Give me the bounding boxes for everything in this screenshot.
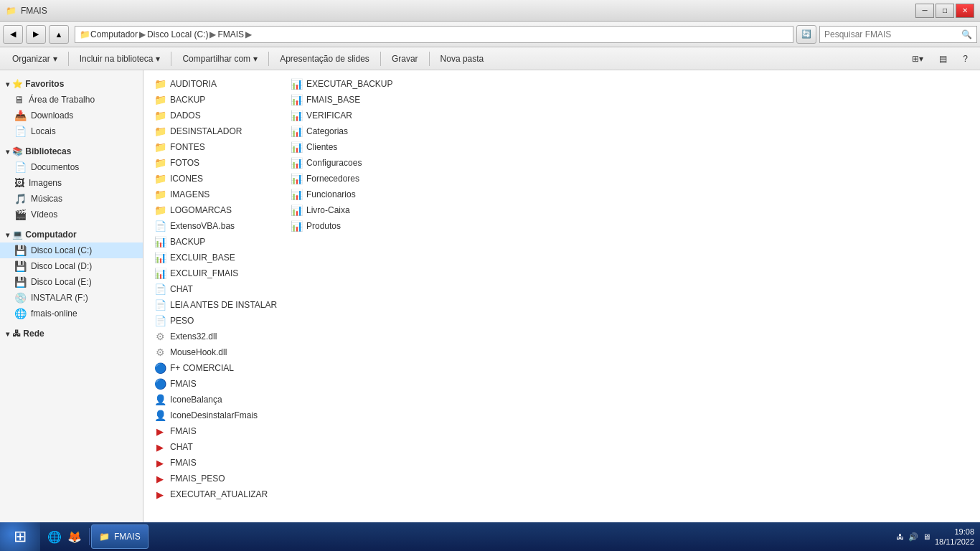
red-file-icon: ▶ — [154, 474, 166, 484]
sidebar-item-downloads[interactable]: 📥 Downloads — [0, 108, 143, 123]
favoritos-arrow-icon: ▾ — [6, 80, 9, 88]
file-item-produtos[interactable]: 📊 Produtos — [286, 218, 422, 234]
disco-e-icon: 💾 — [14, 276, 27, 288]
fmais-online-icon: 🌐 — [14, 308, 27, 319]
sidebar-item-videos[interactable]: 🎬 Vídeos — [0, 207, 143, 222]
sidebar-item-imagens[interactable]: 🖼 Imagens — [0, 175, 143, 191]
incluir-button[interactable]: Incluir na biblioteca ▾ — [73, 50, 167, 68]
gravar-button[interactable]: Gravar — [385, 50, 425, 68]
quick-ie-icon[interactable]: 🌐 — [46, 528, 63, 545]
file-item-leia[interactable]: 📄 LEIA ANTES DE INSTALAR — [149, 297, 286, 313]
sidebar-item-disco-c[interactable]: 💾 Disco Local (C:) — [0, 242, 143, 258]
breadcrumb-computer[interactable]: 📁 — [80, 29, 90, 39]
apresentacao-button[interactable]: Apresentação de slides — [273, 50, 376, 68]
file-item-funcionarios[interactable]: 📊 Funcionarios — [286, 187, 422, 202]
file-item-icones[interactable]: 📁 ICONES — [149, 171, 286, 187]
file-item-fornecedores[interactable]: 📊 Fornecedores — [286, 171, 422, 187]
folder-icon: 📁 — [154, 204, 166, 216]
file-item-backup-folder[interactable]: 📁 BACKUP — [149, 92, 286, 108]
sidebar-item-disco-d[interactable]: 💾 Disco Local (D:) — [0, 258, 143, 274]
sidebar-area-trabalho-label: Área de Trabalho — [29, 95, 95, 105]
view-details-button[interactable]: ⊞▾ — [905, 50, 930, 68]
help-button[interactable]: ? — [956, 50, 974, 68]
sidebar-item-area-de-trabalho[interactable]: 🖥 Área de Trabalho — [0, 92, 143, 108]
file-item-peso[interactable]: 📄 PESO — [149, 313, 286, 329]
back-button[interactable]: ◀ — [3, 25, 23, 44]
file-item-executar-atualizar[interactable]: ▶ EXECUTAR_ATUALIZAR — [149, 486, 286, 502]
file-item-backup-xls[interactable]: 📊 BACKUP — [149, 234, 286, 250]
minimize-button[interactable]: ─ — [915, 4, 934, 18]
sidebar-favoritos-header[interactable]: ▾ ⭐ Favoritos — [0, 76, 143, 92]
file-item-icone-desinstalar[interactable]: 👤 IconeDesinstalarFmais — [149, 408, 286, 423]
sidebar-item-musicas[interactable]: 🎵 Músicas — [0, 191, 143, 207]
file-item-configuracoes[interactable]: 📊 Configuracoes — [286, 155, 422, 171]
file-item-mousehook-dll[interactable]: ⚙ MouseHook.dll — [149, 344, 286, 360]
file-item-extens32-dll[interactable]: ⚙ Extens32.dll — [149, 329, 286, 344]
nova-pasta-button[interactable]: Nova pasta — [434, 50, 491, 68]
folder-icon: 📁 — [154, 110, 166, 121]
address-path[interactable]: 📁 Computador ▶ Disco Local (C:) ▶ FMAIS … — [75, 26, 793, 43]
tray-volume-icon[interactable]: 🔊 — [908, 532, 918, 542]
red-file-icon: ▶ — [154, 442, 166, 453]
musicas-icon: 🎵 — [14, 193, 27, 204]
sidebar-bibliotecas-header[interactable]: ▾ 📚 Bibliotecas — [0, 143, 143, 159]
maximize-button[interactable]: □ — [936, 4, 954, 18]
forward-button[interactable]: ▶ — [26, 25, 46, 44]
file-item-fmais-red[interactable]: ▶ FMAIS — [149, 423, 286, 439]
file-item-desinstalador[interactable]: 📁 DESINSTALADOR — [149, 123, 286, 139]
file-item-clientes[interactable]: 📊 Clientes — [286, 139, 422, 155]
file-item-extensovba[interactable]: 📄 ExtensoVBA.bas — [149, 218, 286, 234]
file-item-logomarcas[interactable]: 📁 LOGOMARCAS — [149, 202, 286, 218]
file-item-verificar[interactable]: 📊 VERIFICAR — [286, 108, 422, 123]
red-file-icon: ▶ — [154, 489, 166, 500]
file-item-categorias[interactable]: 📊 Categorias — [286, 123, 422, 139]
sidebar-item-fmais-online[interactable]: 🌐 fmais-online — [0, 306, 143, 321]
disco-d-icon: 💾 — [14, 260, 27, 272]
file-item-fotos[interactable]: 📁 FOTOS — [149, 155, 286, 171]
compartilhar-button[interactable]: Compartilhar com ▾ — [176, 50, 264, 68]
refresh-button[interactable]: 🔄 — [796, 25, 816, 44]
organizar-button[interactable]: Organizar ▾ — [6, 50, 64, 68]
file-item-excluir-base[interactable]: 📊 EXCLUIR_BASE — [149, 250, 286, 265]
title-bar: 📁 FMAIS ─ □ ✕ — [0, 0, 980, 22]
file-item-executar-backup[interactable]: 📊 EXECUTAR_BACKUP — [286, 76, 422, 92]
file-item-chat-red[interactable]: ▶ CHAT — [149, 439, 286, 455]
start-button[interactable]: ⊞ — [0, 522, 40, 551]
file-item-livro-caixa[interactable]: 📊 Livro-Caixa — [286, 202, 422, 218]
file-item-fmais-peso[interactable]: ▶ FMAIS_PESO — [149, 471, 286, 486]
file-item-fmais-red2[interactable]: ▶ FMAIS — [149, 455, 286, 471]
search-box[interactable]: 🔍 — [819, 26, 977, 43]
file-item-fmais-base[interactable]: 📊 FMAIS_BASE — [286, 92, 422, 108]
quick-firefox-icon[interactable]: 🦊 — [66, 528, 83, 545]
folder-icon: 📁 — [154, 94, 166, 105]
file-item-fontes[interactable]: 📁 FONTES — [149, 139, 286, 155]
taskbar-clock[interactable]: 19:08 18/11/2022 — [935, 527, 974, 547]
bibliotecas-arrow-icon: ▾ — [6, 148, 9, 156]
locais-icon: 📄 — [14, 126, 27, 137]
tray-screen-icon: 🖥 — [923, 532, 930, 541]
file-item-icone-balanca[interactable]: 👤 IconeBalança — [149, 392, 286, 408]
search-input[interactable] — [824, 29, 961, 39]
sidebar-item-disco-e[interactable]: 💾 Disco Local (E:) — [0, 274, 143, 290]
file-item-fmais-exe[interactable]: 🔵 FMAIS — [149, 376, 286, 392]
sidebar-computador-header[interactable]: ▾ 💻 Computador — [0, 227, 143, 242]
file-item-excluir-fmais[interactable]: 📊 EXCLUIR_FMAIS — [149, 265, 286, 281]
taskbar-fmais-item[interactable]: 📁 FMAIS — [91, 524, 149, 549]
file-item-chat-txt[interactable]: 📄 CHAT — [149, 281, 286, 297]
folder-icon: 📁 — [154, 141, 166, 153]
close-button[interactable]: ✕ — [956, 4, 974, 18]
text-file-icon: 📄 — [154, 283, 166, 295]
file-item-f-comercial-exe[interactable]: 🔵 F+ COMERCIAL — [149, 360, 286, 376]
sidebar-rede-header[interactable]: ▾ 🖧 Rede — [0, 326, 143, 342]
sidebar-item-locais[interactable]: 📄 Locais — [0, 123, 143, 139]
up-button[interactable]: ▲ — [49, 25, 69, 44]
gravar-label: Gravar — [392, 54, 418, 64]
incluir-arrow-icon: ▾ — [156, 54, 160, 64]
sidebar-item-instalar-f[interactable]: 💿 INSTALAR (F:) — [0, 290, 143, 306]
file-item-imagens-folder[interactable]: 📁 IMAGENS — [149, 187, 286, 202]
file-item-auditoria[interactable]: 📁 AUDITORIA — [149, 76, 286, 92]
preview-button[interactable]: ▤ — [933, 50, 953, 68]
sidebar-item-documentos[interactable]: 📄 Documentos — [0, 159, 143, 175]
file-item-dados[interactable]: 📁 DADOS — [149, 108, 286, 123]
rede-label: Rede — [23, 329, 44, 339]
